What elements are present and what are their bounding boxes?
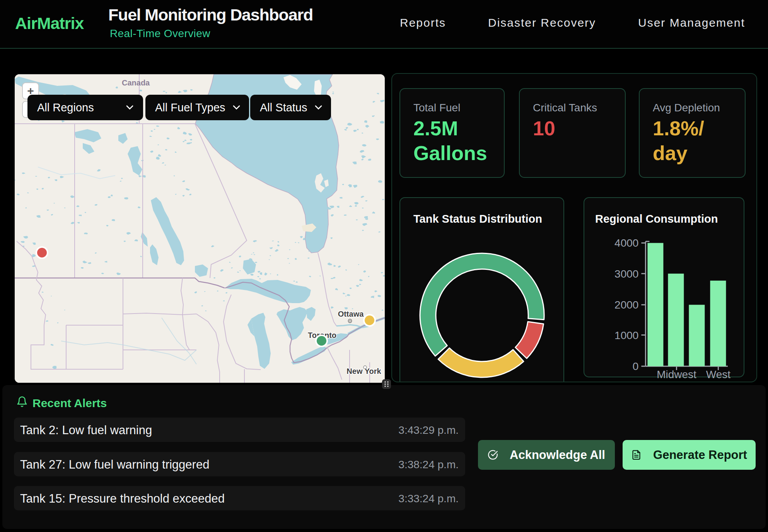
svg-text:1000: 1000 (614, 329, 638, 341)
svg-text:Midwest: Midwest (657, 368, 696, 380)
svg-text:0: 0 (633, 360, 639, 372)
svg-text:West: West (706, 368, 730, 380)
svg-text:3000: 3000 (614, 268, 638, 280)
svg-text:4000: 4000 (614, 237, 638, 249)
svg-text:2000: 2000 (614, 299, 638, 311)
svg-text:Canada: Canada (122, 78, 150, 87)
svg-text:Ottawa: Ottawa (338, 310, 364, 318)
